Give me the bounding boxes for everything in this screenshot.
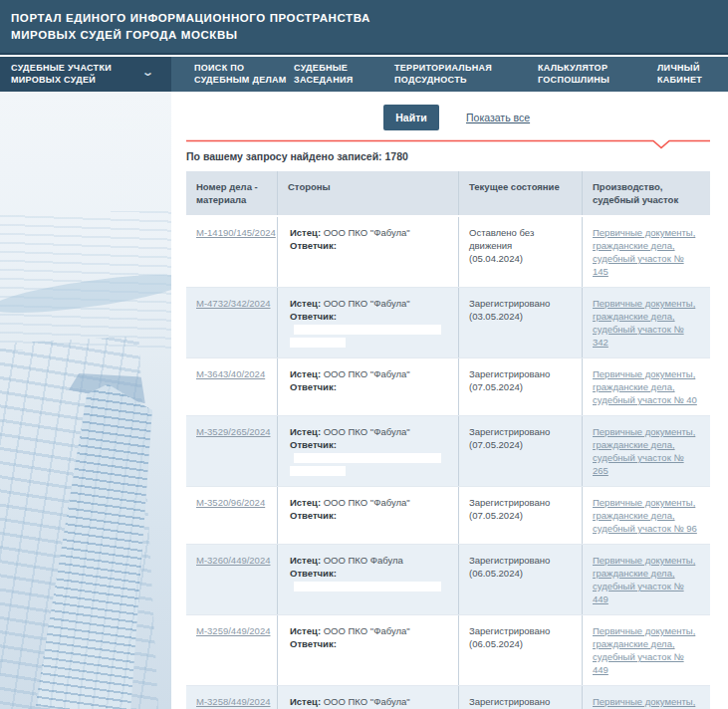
status-date: (05.04.2024) xyxy=(469,253,523,264)
nav-item-personal-account[interactable]: ЛИЧНЫЙ КАБИНЕТ xyxy=(657,57,702,92)
defendant-label: Ответчик: xyxy=(290,568,337,579)
plaintiff-value: ООО ПКО "Фабула" xyxy=(324,298,410,309)
case-number-link[interactable]: М-14190/145/2024 xyxy=(196,227,276,238)
show-all-link[interactable]: Показать все xyxy=(466,112,530,123)
plaintiff-value: ООО ПКО "Фабула" xyxy=(324,227,410,238)
redaction-box xyxy=(290,466,346,476)
table-row: М-3258/449/2024 Истец: ООО ПКО "Фабула" … xyxy=(186,685,710,709)
status-value: Зарегистрировано xyxy=(469,298,550,309)
defendant-label: Ответчик: xyxy=(290,381,337,392)
nav-label-line2: ГОСПОШЛИНЫ xyxy=(538,74,609,86)
portal-header: ПОРТАЛ ЕДИНОГО ИНФОРМАЦИОННОГО ПРОСТРАНС… xyxy=(0,0,728,55)
table-row: М-4732/342/2024 Истец: ООО ПКО "Фабула" … xyxy=(186,287,710,357)
case-number-link[interactable]: М-3258/449/2024 xyxy=(196,696,270,707)
production-link[interactable]: Первичные документы, гражданские дела, с… xyxy=(593,227,695,277)
defendant-label: Ответчик: xyxy=(290,240,337,251)
plaintiff-label: Истец: xyxy=(290,426,321,437)
case-number-link[interactable]: М-3529/265/2024 xyxy=(196,426,270,437)
search-action-row: Найти Показать все xyxy=(171,105,728,131)
status-value: Зарегистрировано xyxy=(469,426,550,437)
redacted-defendant-value xyxy=(290,452,441,476)
column-header-current-status: Текущее состояние xyxy=(458,171,582,215)
nav-item-fee-calculator[interactable]: КАЛЬКУЛЯТОР ГОСПОШЛИНЫ xyxy=(538,57,609,92)
plaintiff-value: ООО ПКО "Фабула" xyxy=(324,696,410,707)
case-number-link[interactable]: М-3259/449/2024 xyxy=(196,625,270,636)
status-date: (07.05.2024) xyxy=(469,510,523,521)
table-body: М-14190/145/2024 Истец: ООО ПКО "Фабула"… xyxy=(186,215,710,709)
status-date: (06.05.2024) xyxy=(469,638,523,649)
redaction-box xyxy=(290,338,346,348)
portal-title-line1: ПОРТАЛ ЕДИНОГО ИНФОРМАЦИОННОГО ПРОСТРАНС… xyxy=(11,10,728,27)
results-count: По вашему запросу найдено записей: 1780 xyxy=(186,150,728,162)
column-header-case-number: Номер дела - материала xyxy=(186,171,277,215)
production-link[interactable]: Первичные документы, гражданские дела, с… xyxy=(593,298,695,348)
nav-label-line2: ПОДСУДНОСТЬ xyxy=(394,74,492,86)
sidebar-city-photo xyxy=(0,92,171,709)
nav-item-judicial-districts[interactable]: СУДЕБНЫЕ УЧАСТКИ МИРОВЫХ СУДЕЙ ⌄ xyxy=(0,57,171,92)
cases-table: Номер дела - материала Стороны Текущее с… xyxy=(186,171,710,709)
status-value: Зарегистрировано xyxy=(469,625,550,636)
nav-item-case-search[interactable]: ПОИСК ПО СУДЕБНЫМ ДЕЛАМ xyxy=(194,57,287,92)
defendant-label: Ответчик: xyxy=(290,439,337,450)
status-date: (07.05.2024) xyxy=(469,439,523,450)
defendant-label: Ответчик: xyxy=(290,638,337,649)
production-link[interactable]: Первичные документы, гражданские дела, с… xyxy=(593,696,695,709)
case-number-link[interactable]: М-3520/96/2024 xyxy=(196,497,265,508)
nav-item-court-sessions[interactable]: СУДЕБНЫЕ ЗАСЕДАНИЯ xyxy=(294,57,353,92)
find-button[interactable]: Найти xyxy=(383,105,439,130)
plaintiff-label: Истец: xyxy=(290,696,321,707)
nav-label-line2: ЗАСЕДАНИЯ xyxy=(294,74,353,86)
plaintiff-value: ООО ПКО "Фабула" xyxy=(324,625,410,636)
case-number-link[interactable]: М-3643/40/2024 xyxy=(196,368,265,379)
table-row: М-3529/265/2024 Истец: ООО ПКО "Фабула" … xyxy=(186,415,710,486)
case-number-link[interactable]: М-4732/342/2024 xyxy=(196,298,270,309)
redacted-defendant-value xyxy=(290,581,441,591)
nav-label-line1: ПОИСК ПО xyxy=(194,62,287,74)
defendant-label: Ответчик: xyxy=(290,510,337,521)
redacted-defendant-value xyxy=(290,324,441,348)
plaintiff-value: ООО ПКО "Фабула" xyxy=(324,426,410,437)
status-value: Зарегистрировано xyxy=(469,497,550,508)
column-header-production: Производство, судебный участок xyxy=(582,171,710,215)
plaintiff-label: Истец: xyxy=(290,625,321,636)
status-value: Зарегистрировано xyxy=(469,555,550,566)
nav-label-line1: СУДЕБНЫЕ xyxy=(294,62,353,74)
status-value: Зарегистрировано xyxy=(469,696,550,707)
nav-label-line1: КАЛЬКУЛЯТОР xyxy=(538,62,609,74)
table-row: М-3259/449/2024 Истец: ООО ПКО "Фабула" … xyxy=(186,614,710,685)
redaction-box xyxy=(294,582,441,591)
status-value: Оставлено без движения xyxy=(469,227,534,251)
redaction-box xyxy=(294,325,441,335)
defendant-label: Ответчик: xyxy=(290,311,337,322)
status-date: (07.05.2024) xyxy=(469,381,523,392)
production-link[interactable]: Первичные документы, гражданские дела, с… xyxy=(593,368,697,405)
table-row: М-3643/40/2024 Истец: ООО ПКО "Фабула" О… xyxy=(186,357,710,415)
plaintiff-label: Истец: xyxy=(290,298,321,309)
table-row: М-3260/449/2024 Истец: ООО ПКО Фабула От… xyxy=(186,544,710,614)
plaintiff-value: ООО ПКО Фабула xyxy=(324,555,403,566)
portal-title-line2: МИРОВЫХ СУДЕЙ ГОРОДА МОСКВЫ xyxy=(11,27,728,44)
nav-label-line1: ТЕРРИТОРИАЛЬНАЯ xyxy=(394,62,492,74)
table-row: М-14190/145/2024 Истец: ООО ПКО "Фабула"… xyxy=(186,215,710,287)
production-link[interactable]: Первичные документы, гражданские дела, с… xyxy=(593,426,695,476)
production-link[interactable]: Первичные документы, гражданские дела, с… xyxy=(593,497,697,534)
nav-label-line2: КАБИНЕТ xyxy=(657,74,702,86)
plaintiff-value: ООО ПКО "Фабула" xyxy=(324,497,410,508)
case-number-link[interactable]: М-3260/449/2024 xyxy=(196,555,270,566)
table-header-row: Номер дела - материала Стороны Текущее с… xyxy=(186,171,710,215)
status-date: (03.05.2024) xyxy=(469,311,523,322)
status-date: (06.05.2024) xyxy=(469,568,523,579)
nav-label-line1: ЛИЧНЫЙ xyxy=(657,62,702,74)
table-row: М-3520/96/2024 Истец: ООО ПКО "Фабула" О… xyxy=(186,486,710,544)
production-link[interactable]: Первичные документы, гражданские дела, с… xyxy=(593,555,695,604)
production-link[interactable]: Первичные документы, гражданские дела, с… xyxy=(593,625,695,675)
plaintiff-value: ООО ПКО "Фабула" xyxy=(324,368,410,379)
main-nav: СУДЕБНЫЕ УЧАСТКИ МИРОВЫХ СУДЕЙ ⌄ ПОИСК П… xyxy=(0,57,728,92)
redaction-box xyxy=(294,453,441,463)
plaintiff-label: Истец: xyxy=(290,555,321,566)
plaintiff-label: Истец: xyxy=(290,497,321,508)
redacted-defendant-value xyxy=(290,394,441,405)
nav-item-territorial-jurisdiction[interactable]: ТЕРРИТОРИАЛЬНАЯ ПОДСУДНОСТЬ xyxy=(394,57,492,92)
column-header-parties: Стороны xyxy=(277,171,458,215)
red-divider-with-notch xyxy=(186,139,710,149)
